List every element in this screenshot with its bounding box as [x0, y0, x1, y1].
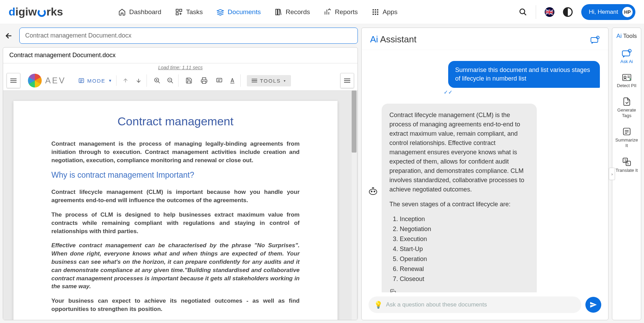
- svg-text:文: 文: [624, 158, 627, 162]
- tools-label: TOOLS: [260, 78, 281, 84]
- comment-icon: [216, 77, 223, 84]
- right-panel-toggle[interactable]: [340, 73, 354, 88]
- search-icon[interactable]: [519, 8, 527, 16]
- language-flag-icon[interactable]: 🇬🇧: [545, 7, 554, 17]
- nav-apps[interactable]: Apps: [372, 8, 398, 16]
- text-icon: [229, 77, 236, 84]
- chat-placeholder: Ask a question about these documents: [386, 301, 487, 308]
- records-icon: [274, 8, 282, 16]
- tool-generate-tags[interactable]: Generate Tags: [614, 97, 640, 118]
- svg-rect-11: [377, 11, 378, 13]
- svg-rect-14: [377, 13, 378, 15]
- brand-logo[interactable]: digiwrks: [9, 6, 63, 18]
- chat-input[interactable]: 💡 Ask a question about these documents: [369, 296, 581, 313]
- ai-title-rest: Assistant: [380, 34, 416, 44]
- nav-tasks[interactable]: Tasks: [175, 8, 203, 16]
- ai-stages-list: Inception Negotiation Execution Start-Up…: [389, 215, 529, 284]
- svg-point-45: [371, 191, 372, 192]
- tools-title-rest: Tools: [623, 33, 637, 39]
- zoom-out-icon: [167, 77, 174, 84]
- nav-dashboard[interactable]: Dashboard: [118, 8, 161, 16]
- pinwheel-icon: [28, 74, 42, 87]
- tool-summarize[interactable]: Summarize It: [614, 127, 640, 148]
- chat-icon: [622, 49, 632, 58]
- expand-handle[interactable]: ›: [609, 168, 615, 180]
- chat-gear-icon: [590, 35, 600, 44]
- zoom-out-button[interactable]: [166, 74, 179, 87]
- text-style-button[interactable]: [228, 74, 241, 87]
- chevron-down-icon: ▼: [108, 79, 113, 83]
- list-item: Execution: [400, 235, 529, 244]
- svg-rect-4: [278, 9, 280, 15]
- svg-point-51: [624, 76, 626, 78]
- doc-paragraph: The process of CLM is designed to help b…: [51, 211, 300, 235]
- svg-rect-3: [276, 9, 278, 15]
- ai-title: Ai Assistant: [370, 34, 416, 45]
- save-icon: [185, 77, 192, 84]
- divider: [536, 5, 536, 19]
- copy-button[interactable]: [389, 289, 529, 292]
- nav-documents[interactable]: Documents: [217, 8, 261, 16]
- ai-message-p1: Contract lifecycle management (CLM) is t…: [389, 111, 529, 194]
- arrow-down-icon: [135, 77, 142, 84]
- back-button[interactable]: [3, 32, 15, 40]
- svg-line-16: [524, 13, 526, 15]
- mode-label: MODE: [87, 78, 105, 84]
- tool-ask-ai[interactable]: Ask Ai: [621, 49, 633, 64]
- bot-avatar-icon: [368, 186, 378, 197]
- tools-title-ai: Ai: [616, 33, 622, 39]
- left-panel-toggle[interactable]: [7, 73, 20, 88]
- aev-text: AEV: [45, 76, 66, 85]
- aev-logo: AEV: [28, 74, 66, 87]
- svg-rect-7: [375, 9, 376, 10]
- mode-dropdown[interactable]: MODE ▼: [75, 75, 117, 86]
- save-button[interactable]: [183, 74, 195, 87]
- list-item: Inception: [400, 215, 529, 224]
- page-scroll-area[interactable]: Contract management Contract management …: [3, 91, 358, 320]
- tools-dropdown[interactable]: TOOLS ▾: [247, 75, 291, 86]
- viewer-toolbar: AEV MODE ▼: [3, 71, 358, 91]
- load-time-label: Load time: 1.11 secs: [3, 63, 358, 71]
- translate-icon: 文A: [622, 157, 631, 166]
- id-card-icon: [622, 73, 632, 82]
- arrow-up-icon: [122, 77, 129, 84]
- tool-detect-pii[interactable]: Detect PII: [617, 73, 636, 88]
- doc-paragraph: Contract management is the process of ma…: [51, 140, 300, 164]
- svg-point-46: [374, 191, 375, 192]
- main-nav: Dashboard Tasks Documents Records Report…: [118, 8, 398, 16]
- nav-label: Documents: [228, 8, 261, 16]
- menu-icon: [10, 78, 17, 83]
- list-item: Negotiation: [400, 225, 529, 234]
- tool-translate[interactable]: 文A Translate It: [615, 157, 638, 173]
- ai-settings-icon[interactable]: [590, 35, 600, 44]
- home-icon: [118, 8, 126, 16]
- page-down-button[interactable]: [134, 74, 147, 87]
- doc-paragraph: Contract lifecycle management (CLM) is i…: [51, 188, 300, 205]
- svg-rect-9: [372, 11, 374, 13]
- doc-paragraph: The Seven stages of a contract lifecycle: [51, 320, 300, 320]
- user-greeting: Hi, Hemant: [589, 9, 618, 15]
- theme-toggle-icon[interactable]: [563, 7, 573, 17]
- copy-icon: [389, 289, 396, 292]
- svg-rect-0: [176, 9, 178, 11]
- user-avatar-badge: HP: [622, 7, 633, 17]
- send-button[interactable]: [585, 297, 601, 313]
- scrollbar-thumb[interactable]: [352, 91, 356, 153]
- summary-icon: [622, 127, 631, 136]
- nav-reports[interactable]: Reports: [324, 8, 358, 16]
- print-button[interactable]: [198, 74, 210, 87]
- svg-text:A: A: [627, 162, 629, 165]
- svg-rect-31: [202, 81, 206, 84]
- tools-panel-title: Ai Tools: [616, 33, 637, 40]
- user-menu[interactable]: Hi, Hemant HP: [581, 4, 635, 20]
- nav-label: Tasks: [186, 8, 203, 16]
- svg-point-15: [520, 9, 525, 14]
- filename-input[interactable]: Contract management Document.docx: [19, 28, 358, 44]
- zoom-in-button[interactable]: [151, 74, 163, 87]
- ai-message: Contract lifecycle management (CLM) is t…: [382, 104, 537, 292]
- doc-paragraph: Effective contract management can be cha…: [51, 241, 300, 291]
- page-up-button[interactable]: [119, 74, 132, 87]
- svg-rect-54: [623, 128, 630, 135]
- nav-records[interactable]: Records: [274, 8, 310, 16]
- comment-button[interactable]: [213, 74, 225, 87]
